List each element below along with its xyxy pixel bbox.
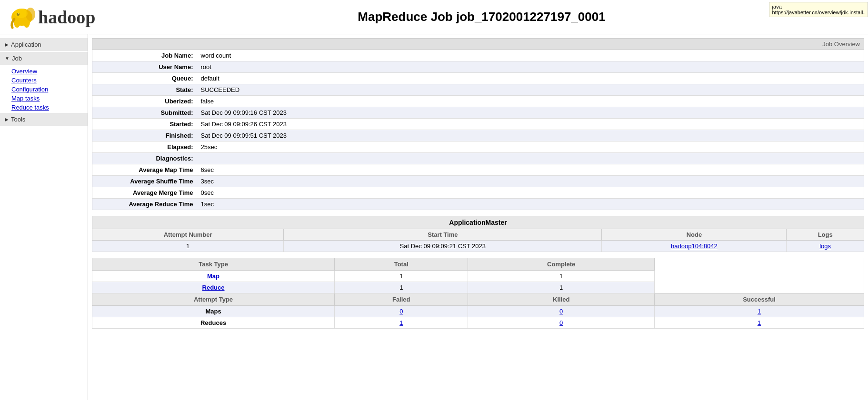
page-title: MapReduce Job job_1702001227197_0001 xyxy=(103,10,860,24)
task-reduce-total: 1 xyxy=(335,282,468,293)
attempt-maps-killed: 0 xyxy=(468,306,655,317)
sidebar-application-section[interactable]: Application xyxy=(0,38,88,51)
job-overview-row-11: Average Shuffle Time 3sec xyxy=(92,176,864,187)
sidebar-tools-section[interactable]: Tools xyxy=(0,113,88,126)
attempt-reduces-successful-link[interactable]: 1 xyxy=(758,319,761,326)
job-row-value-10: 6sec xyxy=(197,164,864,176)
job-row-value-5: Sat Dec 09 09:09:16 CST 2023 xyxy=(197,107,864,119)
task-col-total: Total xyxy=(335,258,468,271)
job-overview-row-12: Average Merge Time 0sec xyxy=(92,187,864,199)
sidebar-tools-label: Tools xyxy=(11,116,25,123)
attempt-reduces-killed: 0 xyxy=(468,317,655,329)
task-col-complete: Complete xyxy=(468,258,655,271)
attempt-maps-failed-link[interactable]: 0 xyxy=(399,308,403,315)
job-overview-row-13: Average Reduce Time 1sec xyxy=(92,199,864,210)
job-overview-title: Job Overview xyxy=(92,39,864,50)
job-overview-header-row: Job Overview xyxy=(92,39,864,50)
attempt-row-maps: Maps 0 0 1 xyxy=(92,306,864,317)
job-row-value-1: root xyxy=(197,61,864,73)
am-start-time: Sat Dec 09 09:09:21 CST 2023 xyxy=(284,241,602,252)
sidebar: Application Job Overview Counters Config… xyxy=(0,34,88,400)
task-map-complete: 1 xyxy=(468,271,655,282)
task-col-type: Task Type xyxy=(92,258,335,271)
logo-text: hadoop xyxy=(38,7,95,28)
job-row-label-9: Diagnostics: xyxy=(92,153,197,164)
job-overview-row-3: State: SUCCEEDED xyxy=(92,84,864,96)
job-overview-row-10: Average Map Time 6sec xyxy=(92,164,864,176)
job-overview-row-7: Finished: Sat Dec 09 09:09:51 CST 2023 xyxy=(92,130,864,141)
job-row-label-1: User Name: xyxy=(92,61,197,73)
am-section-title: ApplicationMaster xyxy=(92,216,864,229)
attempt-reduces-type: Reduces xyxy=(92,317,335,329)
job-row-label-13: Average Reduce Time xyxy=(92,199,197,210)
sidebar-job-items: Overview Counters Configuration Map task… xyxy=(0,66,88,113)
task-row-map: Map 1 1 xyxy=(92,271,864,282)
job-row-label-12: Average Merge Time xyxy=(92,187,197,199)
attempt-maps-successful: 1 xyxy=(655,306,864,317)
job-row-label-0: Job Name: xyxy=(92,50,197,61)
am-logs-link[interactable]: logs xyxy=(819,242,831,250)
attempt-maps-type: Maps xyxy=(92,306,335,317)
attempt-row-reduces: Reduces 1 0 1 xyxy=(92,317,864,329)
sidebar-item-configuration[interactable]: Configuration xyxy=(10,85,88,94)
logo-area: hadoop xyxy=(8,4,103,30)
job-row-label-6: Started: xyxy=(92,119,197,130)
job-row-value-3: SUCCEEDED xyxy=(197,84,864,96)
job-row-value-6: Sat Dec 09 09:09:26 CST 2023 xyxy=(197,119,864,130)
job-overview-row-0: Job Name: word count xyxy=(92,50,864,61)
am-node-link[interactable]: hadoop104:8042 xyxy=(671,242,718,250)
task-col-header-row: Task Type Total Complete xyxy=(92,258,864,271)
svg-point-6 xyxy=(14,9,28,18)
task-map-type: Map xyxy=(92,271,335,282)
job-overview-row-1: User Name: root xyxy=(92,61,864,73)
am-attempt-number: 1 xyxy=(92,241,284,252)
task-map-total: 1 xyxy=(335,271,468,282)
page-header: hadoop MapReduce Job job_1702001227197_0… xyxy=(0,0,868,34)
main-layout: Application Job Overview Counters Config… xyxy=(0,34,868,400)
sidebar-item-overview[interactable]: Overview xyxy=(10,67,88,76)
am-col-header-row: Attempt Number Start Time Node Logs xyxy=(92,229,864,241)
job-row-value-2: default xyxy=(197,73,864,84)
job-row-value-11: 3sec xyxy=(197,176,864,187)
attempt-col-type: Attempt Type xyxy=(92,293,335,306)
sidebar-item-counters[interactable]: Counters xyxy=(10,76,88,85)
task-summary-table: Task Type Total Complete Map 1 1 Reduce … xyxy=(92,258,864,329)
am-col-logs: Logs xyxy=(787,229,864,241)
sidebar-item-reduce-tasks[interactable]: Reduce tasks xyxy=(10,103,88,112)
am-data-row-1: 1 Sat Dec 09 09:09:21 CST 2023 hadoop104… xyxy=(92,241,864,252)
task-reduce-link[interactable]: Reduce xyxy=(202,284,225,291)
am-logs: logs xyxy=(787,241,864,252)
attempt-reduces-failed: 1 xyxy=(335,317,468,329)
attempt-maps-killed-link[interactable]: 0 xyxy=(559,308,563,315)
job-row-value-7: Sat Dec 09 09:09:51 CST 2023 xyxy=(197,130,864,141)
sidebar-application-label: Application xyxy=(11,41,41,48)
job-row-value-13: 1sec xyxy=(197,199,864,210)
hadoop-logo-icon xyxy=(8,4,36,30)
task-row-reduce: Reduce 1 1 xyxy=(92,282,864,293)
attempt-col-failed: Failed xyxy=(335,293,468,306)
job-overview-table: Job Overview Job Name: word count User N… xyxy=(92,38,864,210)
task-map-link[interactable]: Map xyxy=(207,273,219,280)
attempt-reduces-killed-link[interactable]: 0 xyxy=(559,319,563,326)
job-arrow-icon xyxy=(5,56,10,61)
job-overview-row-2: Queue: default xyxy=(92,73,864,84)
attempt-col-killed: Killed xyxy=(468,293,655,306)
job-row-value-12: 0sec xyxy=(197,187,864,199)
tools-arrow-icon xyxy=(5,117,9,122)
attempt-col-header-row: Attempt Type Failed Killed Successful xyxy=(92,293,864,306)
job-overview-row-5: Submitted: Sat Dec 09 09:09:16 CST 2023 xyxy=(92,107,864,119)
job-row-label-7: Finished: xyxy=(92,130,197,141)
sidebar-item-map-tasks[interactable]: Map tasks xyxy=(10,94,88,103)
attempt-maps-successful-link[interactable]: 1 xyxy=(758,308,761,315)
job-row-label-2: Queue: xyxy=(92,73,197,84)
content-area: Job Overview Job Name: word count User N… xyxy=(88,34,868,400)
job-row-label-5: Submitted: xyxy=(92,107,197,119)
sidebar-job-section[interactable]: Job xyxy=(0,52,88,65)
attempt-reduces-successful: 1 xyxy=(655,317,864,329)
job-row-value-9 xyxy=(197,153,864,164)
sidebar-job-label: Job xyxy=(12,55,22,62)
am-title-row: ApplicationMaster xyxy=(92,216,864,229)
application-master-table: ApplicationMaster Attempt Number Start T… xyxy=(92,216,864,252)
attempt-reduces-failed-link[interactable]: 1 xyxy=(399,319,403,326)
job-row-value-8: 25sec xyxy=(197,141,864,153)
